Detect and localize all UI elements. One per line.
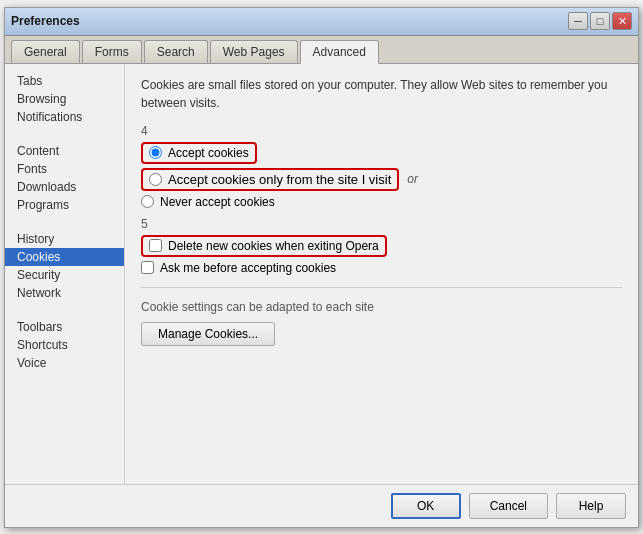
section-4-label: 4: [141, 124, 622, 138]
accept-cookies-label[interactable]: Accept cookies: [168, 146, 249, 160]
never-accept-cookies-option: Never accept cookies: [141, 195, 622, 209]
ok-button[interactable]: OK: [391, 493, 461, 519]
sidebar-item-security[interactable]: Security: [5, 266, 124, 284]
accept-cookies-only-row: Accept cookies only from the site I visi…: [141, 168, 622, 191]
sidebar-item-notifications[interactable]: Notifications: [5, 108, 124, 126]
sidebar-group-3: History Cookies Security Network: [5, 230, 124, 302]
ask-before-checkbox[interactable]: [141, 261, 154, 274]
sidebar-item-tabs[interactable]: Tabs: [5, 72, 124, 90]
sidebar-item-content[interactable]: Content: [5, 142, 124, 160]
cookie-settings-text: Cookie settings can be adapted to each s…: [141, 300, 622, 314]
help-button[interactable]: Help: [556, 493, 626, 519]
accept-cookies-radio[interactable]: [149, 146, 162, 159]
section-divider: [141, 287, 622, 288]
accept-cookies-option: Accept cookies: [141, 142, 622, 164]
sidebar-group-4: Toolbars Shortcuts Voice: [5, 318, 124, 372]
maximize-button[interactable]: □: [590, 12, 610, 30]
delete-cookies-option: Delete new cookies when exiting Opera: [141, 235, 622, 257]
window-title: Preferences: [11, 14, 80, 28]
title-bar: Preferences ─ □ ✕: [5, 8, 638, 36]
never-accept-cookies-radio[interactable]: [141, 195, 154, 208]
delete-cookies-highlight: Delete new cookies when exiting Opera: [141, 235, 387, 257]
manage-cookies-button[interactable]: Manage Cookies...: [141, 322, 275, 346]
sidebar-item-cookies[interactable]: Cookies: [5, 248, 124, 266]
cookies-description: Cookies are small files stored on your c…: [141, 76, 622, 112]
bottom-bar: OK Cancel Help: [5, 484, 638, 527]
sidebar-group-1: Tabs Browsing Notifications: [5, 72, 124, 126]
accept-cookies-only-label[interactable]: Accept cookies only from the site I visi…: [168, 172, 391, 187]
cancel-button[interactable]: Cancel: [469, 493, 548, 519]
tab-webpages[interactable]: Web Pages: [210, 40, 298, 63]
sidebar-item-history[interactable]: History: [5, 230, 124, 248]
accept-cookies-only-radio[interactable]: [149, 173, 162, 186]
sidebar-item-downloads[interactable]: Downloads: [5, 178, 124, 196]
tab-advanced[interactable]: Advanced: [300, 40, 379, 64]
sidebar-group-2: Content Fonts Downloads Programs: [5, 142, 124, 214]
accept-cookies-highlight: Accept cookies: [141, 142, 257, 164]
tabs-bar: General Forms Search Web Pages Advanced: [5, 36, 638, 64]
preferences-window: Preferences ─ □ ✕ General Forms Search W…: [4, 7, 639, 528]
delete-cookies-label[interactable]: Delete new cookies when exiting Opera: [168, 239, 379, 253]
tab-general[interactable]: General: [11, 40, 80, 63]
tab-search[interactable]: Search: [144, 40, 208, 63]
close-button[interactable]: ✕: [612, 12, 632, 30]
delete-cookies-checkbox[interactable]: [149, 239, 162, 252]
tab-forms[interactable]: Forms: [82, 40, 142, 63]
ask-before-option: Ask me before accepting cookies: [141, 261, 622, 275]
sidebar-item-toolbars[interactable]: Toolbars: [5, 318, 124, 336]
sidebar-item-fonts[interactable]: Fonts: [5, 160, 124, 178]
sidebar-item-browsing[interactable]: Browsing: [5, 90, 124, 108]
section-5-label: 5: [141, 217, 622, 231]
ask-before-label[interactable]: Ask me before accepting cookies: [160, 261, 336, 275]
sidebar-item-network[interactable]: Network: [5, 284, 124, 302]
sidebar: Tabs Browsing Notifications Content Font…: [5, 64, 125, 484]
minimize-button[interactable]: ─: [568, 12, 588, 30]
sidebar-item-voice[interactable]: Voice: [5, 354, 124, 372]
sidebar-item-shortcuts[interactable]: Shortcuts: [5, 336, 124, 354]
or-label: or: [407, 172, 418, 186]
sidebar-item-programs[interactable]: Programs: [5, 196, 124, 214]
main-panel: Cookies are small files stored on your c…: [125, 64, 638, 484]
accept-cookies-only-highlight: Accept cookies only from the site I visi…: [141, 168, 399, 191]
title-bar-controls: ─ □ ✕: [568, 12, 632, 30]
content-area: Tabs Browsing Notifications Content Font…: [5, 64, 638, 484]
never-accept-cookies-label[interactable]: Never accept cookies: [160, 195, 275, 209]
